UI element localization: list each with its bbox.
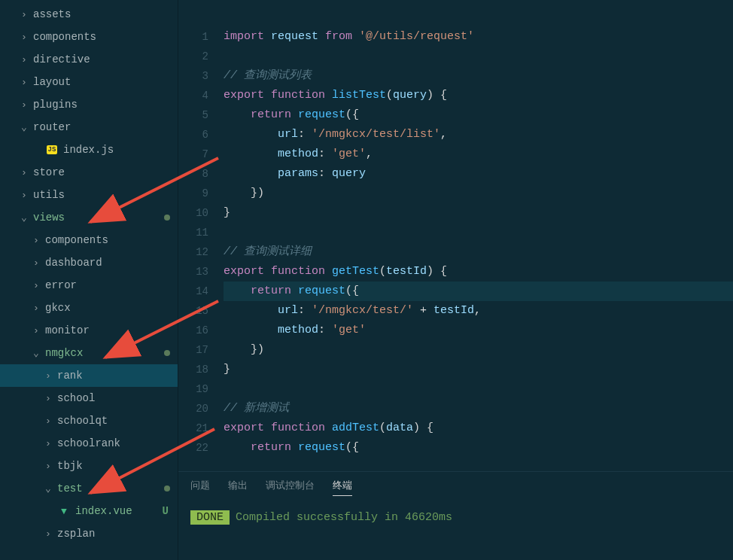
folder-dashboard[interactable]: ›dashboard — [0, 251, 178, 274]
code-content[interactable]: import request from '@/utils/request' //… — [224, 27, 733, 471]
folder-tbjk[interactable]: ›tbjk — [0, 455, 178, 477]
line-number: 17 — [178, 340, 208, 360]
line-number: 8 — [178, 164, 208, 184]
line-number: 12 — [178, 242, 208, 262]
folder-schoolrank[interactable]: ›schoolrank — [0, 432, 178, 455]
folder-plugins[interactable]: ›plugins — [0, 93, 178, 116]
folder-utils[interactable]: ›utils — [0, 184, 178, 206]
tree-item-label: nmgkcx — [45, 347, 164, 359]
chevron-down-icon: ⌄ — [18, 121, 30, 133]
tree-item-label: index.vue — [75, 505, 163, 517]
folder-gkcx[interactable]: ›gkcx — [0, 297, 178, 319]
code-editor: 12345678910111213141516171819202122 impo… — [178, 0, 733, 560]
chevron-right-icon: › — [18, 32, 30, 43]
line-number: 9 — [178, 184, 208, 203]
terminal-output: DONECompiled successfully in 46620ms — [190, 502, 721, 524]
tree-item-label: store — [33, 166, 178, 178]
chevron-right-icon: › — [42, 438, 54, 449]
chevron-right-icon: › — [18, 99, 30, 111]
folder-error[interactable]: ›error — [0, 274, 178, 297]
git-status-letter: U — [163, 505, 169, 517]
line-number: 10 — [178, 203, 208, 223]
done-badge: DONE — [190, 510, 230, 525]
line-number: 11 — [178, 223, 208, 242]
chevron-right-icon: › — [42, 461, 54, 472]
chevron-right-icon: › — [18, 9, 30, 20]
chevron-right-icon: › — [18, 54, 30, 65]
line-number: 22 — [178, 438, 208, 458]
chevron-right-icon: › — [30, 280, 42, 291]
modified-dot-icon — [164, 350, 170, 356]
terminal-tab-3[interactable]: 终端 — [333, 479, 352, 496]
folder-schoolqt[interactable]: ›schoolqt — [0, 409, 178, 432]
chevron-right-icon: › — [42, 370, 54, 382]
tree-item-label: dashboard — [45, 257, 178, 269]
tree-item-label: tbjk — [57, 460, 178, 472]
chevron-right-icon: › — [42, 415, 54, 427]
tree-item-label: error — [45, 279, 178, 291]
compile-message: Compiled successfully in 46620ms — [236, 511, 452, 524]
modified-dot-icon — [164, 485, 170, 492]
chevron-right-icon: › — [42, 528, 54, 540]
tree-item-label: components — [33, 31, 178, 43]
chevron-right-icon: › — [18, 77, 30, 88]
chevron-down-icon: ⌄ — [18, 212, 30, 224]
file-explorer-sidebar[interactable]: ›assets›components›directive›layout›plug… — [0, 0, 178, 560]
line-number: 21 — [178, 418, 208, 438]
folder-test[interactable]: ⌄test — [0, 477, 178, 500]
tree-item-label: plugins — [33, 99, 178, 111]
terminal-tab-2[interactable]: 调试控制台 — [266, 479, 315, 495]
terminal-tabs: 问题输出调试控制台终端 — [190, 472, 721, 502]
folder-school[interactable]: ›school — [0, 387, 178, 409]
tree-item-label: test — [57, 482, 164, 495]
tree-item-label: layout — [33, 76, 178, 88]
terminal-panel: 问题输出调试控制台终端 DONECompiled successfully in… — [178, 471, 733, 560]
file-index-js[interactable]: JSindex.js — [0, 138, 178, 161]
terminal-tab-1[interactable]: 输出 — [228, 479, 248, 495]
folder-router[interactable]: ⌄router — [0, 116, 178, 138]
folder-assets[interactable]: ›assets — [0, 3, 178, 26]
line-number-gutter: 12345678910111213141516171819202122 — [178, 27, 224, 471]
line-number: 3 — [178, 66, 208, 86]
tree-item-label: zsplan — [57, 528, 178, 540]
tree-item-label: assets — [33, 8, 178, 20]
folder-layout[interactable]: ›layout — [0, 71, 178, 93]
folder-zsplan[interactable]: ›zsplan — [0, 522, 178, 545]
chevron-down-icon: ⌄ — [42, 482, 54, 495]
folder-store[interactable]: ›store — [0, 161, 178, 184]
folder-nmgkcx[interactable]: ⌄nmgkcx — [0, 342, 178, 364]
folder-components[interactable]: ›components — [0, 26, 178, 48]
file-index-vue[interactable]: ▼index.vueU — [0, 500, 178, 522]
line-number: 2 — [178, 47, 208, 66]
tree-item-label: schoolqt — [57, 415, 178, 427]
line-number: 13 — [178, 262, 208, 282]
folder-directive[interactable]: ›directive — [0, 48, 178, 71]
folder-rank[interactable]: ›rank — [0, 364, 178, 387]
tree-item-label: views — [33, 212, 164, 224]
line-number: 15 — [178, 301, 208, 321]
line-number: 7 — [178, 145, 208, 164]
folder-components[interactable]: ›components — [0, 229, 178, 251]
chevron-right-icon: › — [30, 325, 42, 336]
line-number: 19 — [178, 379, 208, 399]
tree-item-label: utils — [33, 189, 178, 201]
chevron-right-icon: › — [30, 257, 42, 269]
js-file-icon: JS — [45, 144, 59, 156]
modified-dot-icon — [164, 215, 170, 221]
line-number: 6 — [178, 125, 208, 145]
chevron-right-icon: › — [30, 303, 42, 314]
line-number: 4 — [178, 86, 208, 105]
tree-item-label: school — [57, 392, 178, 404]
terminal-tab-0[interactable]: 问题 — [190, 479, 210, 495]
chevron-right-icon: › — [30, 235, 42, 246]
tree-item-label: schoolrank — [57, 437, 178, 449]
line-number: 16 — [178, 321, 208, 340]
tree-item-label: components — [45, 234, 178, 246]
tree-item-label: rank — [57, 370, 178, 382]
folder-monitor[interactable]: ›monitor — [0, 319, 178, 342]
line-number: 18 — [178, 360, 208, 379]
vue-file-icon: ▼ — [57, 505, 71, 517]
line-number: 20 — [178, 399, 208, 418]
tree-item-label: router — [33, 121, 178, 133]
folder-views[interactable]: ⌄views — [0, 206, 178, 229]
